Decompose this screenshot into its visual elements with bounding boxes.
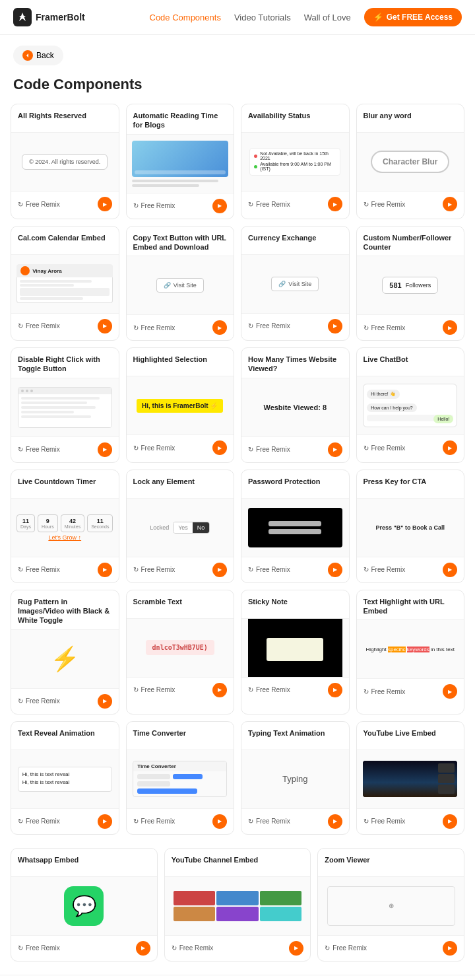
card-title: Time Converter	[127, 722, 234, 750]
card-preview	[357, 750, 464, 809]
nav-code-components[interactable]: Code Components	[150, 13, 221, 22]
play-button[interactable]: ▶	[98, 563, 112, 577]
card-all-rights-reserved: All Rights Reserved © 2024. All rights r…	[11, 104, 119, 219]
play-button[interactable]: ▶	[443, 320, 457, 335]
card-title: Availability Status	[241, 104, 349, 132]
ytc-thumb-1	[174, 891, 215, 905]
card-title: Scramble Text	[127, 590, 234, 618]
play-button[interactable]: ▶	[212, 683, 227, 697]
card-title: Custom Number/Follower Counter	[357, 227, 464, 256]
cd-days-label: Days	[20, 524, 31, 529]
visit-label: Visit Site	[288, 281, 311, 287]
play-button[interactable]: ▶	[443, 684, 457, 699]
ytc-grid	[174, 891, 301, 921]
card-text-reveal: Text Reveal Animation Hi, this is text r…	[11, 721, 119, 835]
press-key-preview: Press "B" to Book a Call	[375, 524, 445, 531]
text-highlight-preview: Highlight specific keywords in this text	[362, 643, 459, 656]
sticky-note-paper	[267, 638, 323, 661]
logo-icon	[13, 8, 32, 26]
play-button[interactable]: ▶	[212, 814, 227, 829]
play-button[interactable]: ▶	[443, 814, 457, 829]
card-website-views: How Many Times Website Viewed? Wesbite V…	[241, 347, 350, 463]
card-footer: ↻Free Remix ▶	[11, 936, 157, 961]
remix-label: ↻Free Remix	[133, 566, 175, 573]
youtube-live-preview	[363, 761, 457, 797]
play-button[interactable]: ▶	[328, 442, 342, 457]
card-preview	[241, 498, 349, 557]
blur-button-preview: Character Blur	[371, 151, 449, 173]
card-preview: Hi there! 👋 How can I help you? Hello!	[357, 376, 464, 435]
conv-select-2[interactable]	[137, 781, 170, 787]
remix-label: ↻Free Remix	[325, 944, 367, 952]
card-title: Lock any Element	[127, 470, 234, 498]
remix-label: ↻Free Remix	[248, 686, 290, 693]
play-button[interactable]: ▶	[212, 320, 227, 335]
card-footer: ↻Free Remix ▶	[127, 557, 234, 582]
card-title: Whatsapp Embed	[11, 849, 157, 876]
play-button[interactable]: ▶	[328, 319, 342, 333]
play-button[interactable]: ▶	[98, 442, 112, 457]
card-blur-word: Blur any word Character Blur ↻Free Remix…	[356, 104, 465, 219]
card-disable-right-click: Disable Right Click with Toggle Button ↻…	[11, 347, 119, 463]
play-button[interactable]: ▶	[328, 563, 342, 577]
components-grid: All Rights Reserved © 2024. All rights r…	[0, 104, 475, 848]
remix-text: Free Remix	[26, 201, 60, 208]
play-button[interactable]: ▶	[443, 197, 457, 211]
converter-preview: Time Converter	[133, 761, 227, 797]
no-button[interactable]: No	[193, 522, 210, 533]
ytc-thumb-4	[174, 907, 215, 921]
cd-link[interactable]: Let's Grow ↑	[48, 534, 81, 541]
play-button[interactable]: ▶	[328, 197, 342, 211]
card-title: YouTube Live Embed	[357, 722, 464, 750]
card-live-chatbot: Live ChatBot Hi there! 👋 How can I help …	[356, 347, 465, 463]
play-button[interactable]: ▶	[212, 199, 227, 213]
card-preview: 🔗 Visit Site	[241, 254, 349, 314]
play-button[interactable]: ▶	[98, 197, 112, 211]
play-button[interactable]: ▶	[98, 814, 112, 829]
back-button[interactable]: Back	[13, 46, 63, 65]
status-unavailable: Not Available, will be back in 15th 2021	[260, 151, 336, 160]
nav-video-tutorials[interactable]: Video Tutorials	[234, 13, 291, 22]
play-button[interactable]: ▶	[289, 941, 303, 956]
remix-label: ↻Free Remix	[248, 201, 290, 208]
logo-text: FramerBolt	[36, 12, 85, 22]
play-button[interactable]: ▶	[212, 440, 227, 455]
card-time-converter: Time Converter Time Converter ↻Free Remi…	[126, 721, 235, 835]
play-button[interactable]: ▶	[98, 319, 112, 333]
play-button[interactable]: ▶	[212, 563, 227, 577]
card-footer: ↻Free Remix ▶	[357, 809, 464, 834]
locked-text: Locked	[150, 524, 169, 531]
sticky-preview	[248, 618, 342, 678]
card-zoom-viewer: Zoom Viewer ⊕ ↻Free Remix ▶	[317, 848, 464, 962]
card-footer: ↻Free Remix ▶	[241, 192, 349, 217]
play-button[interactable]: ▶	[328, 814, 342, 829]
card-sticky-note: Sticky Note ↻Free Remix ▶	[241, 590, 350, 715]
card-rug-pattern: Rug Pattern in Images/Video with Black &…	[11, 590, 119, 715]
nav-wall-of-love[interactable]: Wall of Love	[304, 13, 351, 22]
get-free-access-button[interactable]: ⚡ Get FREE Access	[364, 8, 462, 26]
yes-button[interactable]: Yes	[174, 522, 193, 533]
play-button[interactable]: ▶	[136, 941, 150, 956]
ytc-thumb-2	[216, 891, 258, 905]
card-preview: Time Converter	[127, 750, 234, 809]
remix-label: ↻Free Remix	[133, 686, 175, 693]
status-preview: Not Available, will be back in 15th 2021…	[249, 148, 340, 176]
remix-label: ↻Free Remix	[18, 322, 60, 330]
yt-sidebar	[438, 763, 455, 794]
play-button[interactable]: ▶	[98, 694, 112, 709]
cal-avatar	[20, 266, 30, 275]
card-preview: Vinay Arora	[11, 254, 119, 314]
play-button[interactable]: ▶	[443, 440, 457, 455]
card-title: Disable Right Click with Toggle Button	[11, 348, 119, 378]
conv-select-1[interactable]	[137, 774, 170, 779]
card-lock-element: Lock any Element Locked Yes No ↻Free Rem…	[126, 470, 235, 583]
back-label: Back	[36, 51, 54, 60]
svg-marker-0	[19, 13, 26, 21]
card-title: Highlighted Selection	[127, 348, 234, 376]
play-button[interactable]: ▶	[443, 941, 457, 956]
remix-label: ↻Free Remix	[364, 444, 406, 452]
card-whatsapp-embed: Whatsapp Embed 💬 ↻Free Remix ▶	[11, 848, 158, 962]
card-press-key: Press Key for CTA Press "B" to Book a Ca…	[356, 470, 465, 583]
play-button[interactable]: ▶	[328, 683, 342, 697]
play-button[interactable]: ▶	[443, 563, 457, 577]
